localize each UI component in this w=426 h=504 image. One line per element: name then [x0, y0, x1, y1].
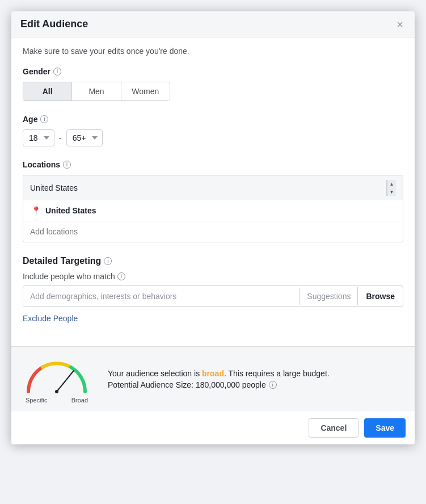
targeting-input[interactable]	[23, 286, 300, 306]
audience-meter-bar: Specific Broad Your audience selection i…	[11, 347, 415, 411]
age-row: 1314151617 1819202122 2324253035 4045505…	[23, 129, 403, 146]
svg-point-1	[55, 390, 58, 393]
age-min-select[interactable]: 1314151617 1819202122 2324253035 4045505…	[23, 129, 54, 146]
modal-title: Edit Audience	[20, 18, 88, 30]
footer-actions: Cancel Save	[11, 411, 415, 444]
modal-footer: Specific Broad Your audience selection i…	[11, 346, 415, 444]
detailed-targeting-info-icon: i	[104, 257, 112, 265]
exclude-people-link[interactable]: Exclude People	[23, 314, 78, 323]
modal-body: Make sure to save your edits once you're…	[11, 37, 415, 346]
age-label: Age i	[23, 115, 403, 124]
potential-size-text: Potential Audience Size: 180,000,000 peo…	[108, 380, 403, 389]
location-item: 📍 United States	[23, 200, 403, 221]
locations-box: United States ▲ ▼ 📍 United States	[23, 175, 403, 242]
gender-women-button[interactable]: Women	[121, 82, 170, 100]
gender-info-icon: i	[53, 68, 61, 75]
include-info-icon: i	[117, 272, 125, 280]
locations-info-icon: i	[63, 161, 71, 169]
locations-section: Locations i United States ▲ ▼ 📍 United S…	[23, 160, 403, 242]
locations-scrollbar: ▲ ▼	[386, 180, 396, 196]
scroll-up-button[interactable]: ▲	[387, 180, 396, 188]
targeting-input-row: Suggestions Browse	[23, 285, 403, 307]
add-locations-input[interactable]	[23, 221, 403, 242]
audience-info: Your audience selection is broad. This r…	[108, 369, 403, 389]
gender-section: Gender i All Men Women	[23, 67, 403, 101]
gauge-svg	[23, 355, 91, 394]
detailed-targeting-title: Detailed Targeting i	[23, 256, 403, 266]
pin-icon: 📍	[31, 206, 41, 215]
location-name: United States	[45, 206, 96, 215]
suggestions-button[interactable]: Suggestions	[300, 287, 357, 305]
detailed-targeting-section: Detailed Targeting i Include people who …	[23, 256, 403, 324]
broad-label: Broad	[71, 397, 88, 404]
audience-selection-text: Your audience selection is broad. This r…	[108, 369, 403, 378]
gender-all-button[interactable]: All	[23, 82, 72, 100]
locations-header: United States ▲ ▼	[23, 175, 403, 200]
edit-audience-modal: Edit Audience × Make sure to save your e…	[11, 11, 415, 444]
age-separator: -	[59, 133, 62, 142]
gender-men-button[interactable]: Men	[72, 82, 121, 100]
age-section: Age i 1314151617 1819202122 2324253035 4…	[23, 115, 403, 146]
include-label: Include people who match i	[23, 272, 403, 281]
gender-label: Gender i	[23, 67, 403, 76]
gender-button-group: All Men Women	[23, 82, 170, 101]
age-info-icon: i	[40, 115, 48, 123]
locations-label: Locations i	[23, 160, 403, 169]
save-button[interactable]: Save	[364, 418, 406, 438]
close-button[interactable]: ×	[394, 19, 406, 30]
locations-header-text: United States	[30, 183, 78, 192]
browse-button[interactable]: Browse	[357, 287, 403, 305]
cancel-button[interactable]: Cancel	[309, 418, 358, 438]
gauge-container: Specific Broad	[23, 355, 91, 404]
svg-line-0	[57, 371, 74, 392]
modal-header: Edit Audience ×	[11, 11, 415, 37]
notice-text: Make sure to save your edits once you're…	[23, 47, 403, 56]
broad-word: broad	[202, 369, 224, 378]
age-max-select[interactable]: 1819202122 2324253035 4045505560 65+	[66, 129, 103, 146]
potential-info-icon: i	[269, 381, 277, 389]
scroll-down-button[interactable]: ▼	[387, 188, 396, 196]
gauge-labels: Specific Broad	[26, 397, 88, 404]
specific-label: Specific	[26, 397, 48, 404]
